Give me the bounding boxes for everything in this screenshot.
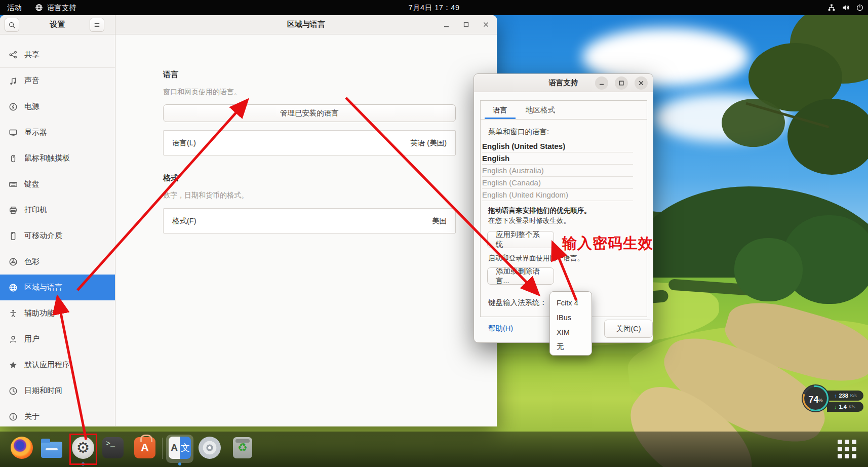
annotation-red-box bbox=[69, 434, 97, 465]
region-language-icon bbox=[9, 283, 18, 292]
sidebar-item-sound[interactable]: 声音 bbox=[0, 68, 115, 94]
tab-language[interactable]: 语言 bbox=[484, 101, 517, 119]
menus-language-label: 菜单和窗口的语言: bbox=[488, 127, 549, 137]
dock-trash-icon[interactable]: ♻ bbox=[231, 436, 254, 459]
sidebar-item-users[interactable]: 用户 bbox=[0, 326, 115, 352]
sidebar-item-datetime[interactable]: 日期和时间 bbox=[0, 378, 115, 404]
settings-title: 设置 bbox=[50, 20, 65, 29]
language-row[interactable]: 语言(L) 英语 (美国) bbox=[163, 130, 456, 155]
dialog-maximize-icon[interactable] bbox=[615, 76, 628, 90]
net-download-pill: ↓ 1.4 K/s bbox=[827, 402, 863, 412]
menu-button[interactable] bbox=[90, 18, 104, 32]
sidebar-item-default-apps[interactable]: 默认应用程序 bbox=[0, 352, 115, 378]
ime-option-fcitx4[interactable]: Fcitx 4 bbox=[550, 295, 591, 310]
ime-option-xim[interactable]: XIM bbox=[550, 325, 591, 339]
dock-cd-media-icon[interactable] bbox=[198, 436, 221, 459]
language-row-value: 英语 (美国) bbox=[410, 138, 447, 148]
language-list-item[interactable]: English (United Kingdom) bbox=[482, 189, 633, 201]
language-list-item[interactable]: English (Canada) bbox=[482, 177, 633, 189]
download-unit: K/s bbox=[849, 404, 855, 409]
network-icon[interactable] bbox=[827, 4, 836, 12]
apply-note: 启动和登录界面使用同一语言。 bbox=[488, 254, 584, 263]
power-menu-icon[interactable] bbox=[856, 4, 864, 12]
net-upload-pill: ↑ 238 K/s bbox=[827, 391, 863, 401]
download-value: 1.4 bbox=[839, 404, 847, 410]
language-row-label: 语言(L) bbox=[172, 138, 196, 148]
sidebar-item-keyboard[interactable]: 键盘 bbox=[0, 171, 115, 197]
settings-headerbar: 设置 区域与语言 bbox=[0, 15, 497, 34]
settings-sidebar: 共享 声音 电源 显示器 鼠标和触摸板 键盘 打印机 可移动介质 色彩 区域与语… bbox=[0, 34, 115, 426]
share-icon bbox=[9, 50, 18, 59]
dock-language-support-icon[interactable]: A文 bbox=[168, 436, 191, 459]
hamburger-icon bbox=[93, 21, 101, 29]
search-button[interactable] bbox=[5, 18, 19, 32]
download-arrow-icon: ↓ bbox=[834, 404, 837, 410]
page-title: 区域与语言 bbox=[287, 20, 325, 29]
desktop: 设置 区域与语言 共享 声音 电源 显示器 鼠标和触摸板 bbox=[0, 0, 868, 467]
help-button[interactable]: 帮助(H) bbox=[488, 324, 513, 333]
close-button[interactable]: 关闭(C) bbox=[604, 320, 653, 338]
color-icon bbox=[9, 257, 18, 266]
dialog-title: 语言支持 bbox=[549, 78, 578, 88]
dock-files-icon[interactable] bbox=[40, 436, 63, 459]
login-hint: 在您下次登录时修改生效。 bbox=[488, 216, 570, 225]
ime-system-label: 键盘输入法系统： bbox=[488, 298, 547, 307]
apply-system-wide-button[interactable]: 应用到整个系统 bbox=[487, 231, 554, 248]
upload-unit: K/s bbox=[850, 393, 857, 398]
dock-terminal-icon[interactable]: >_ bbox=[101, 436, 125, 459]
close-icon[interactable] bbox=[482, 21, 490, 28]
datetime-icon bbox=[9, 386, 18, 396]
ime-dropdown-menu: Fcitx 4 IBus XIM 无 bbox=[549, 291, 592, 356]
drag-hint: 拖动语言来安排他们的优先顺序。 bbox=[488, 206, 591, 215]
users-icon bbox=[9, 335, 18, 344]
minimize-icon[interactable] bbox=[443, 21, 450, 28]
show-applications-button[interactable] bbox=[837, 439, 857, 459]
sidebar-item-accessibility[interactable]: 辅助功能 bbox=[0, 300, 115, 326]
upload-value: 238 bbox=[839, 393, 848, 399]
settings-window: 设置 区域与语言 共享 声音 电源 显示器 鼠标和触摸板 bbox=[0, 15, 497, 426]
mouse-icon bbox=[9, 154, 18, 163]
language-section-subtitle: 窗口和网页使用的语言。 bbox=[163, 88, 241, 97]
dock-ubuntu-software-icon[interactable]: A bbox=[133, 436, 156, 459]
dialog-close-icon[interactable] bbox=[635, 76, 648, 90]
language-list-item[interactable]: English (Australia) bbox=[482, 165, 633, 177]
dialog-minimize-icon[interactable] bbox=[595, 76, 608, 90]
sidebar-item-region-language[interactable]: 区域与语言 bbox=[0, 275, 115, 300]
sidebar-item-power[interactable]: 电源 bbox=[0, 94, 115, 120]
focused-app-menu[interactable]: 语言支持 bbox=[35, 3, 76, 13]
dock-firefox-icon[interactable] bbox=[10, 436, 33, 459]
language-list-item[interactable]: English bbox=[482, 152, 633, 165]
power-icon bbox=[9, 102, 18, 111]
sidebar-item-displays[interactable]: 显示器 bbox=[0, 120, 115, 145]
accessibility-icon bbox=[9, 309, 18, 318]
globe-icon bbox=[35, 4, 43, 12]
tab-regional-formats[interactable]: 地区格式 bbox=[517, 101, 564, 119]
activities-button[interactable]: 活动 bbox=[7, 3, 22, 13]
sidebar-item-sharing[interactable]: 共享 bbox=[0, 42, 115, 68]
sidebar-item-mouse[interactable]: 鼠标和触摸板 bbox=[0, 145, 115, 171]
sidebar-item-removable-media[interactable]: 可移动介质 bbox=[0, 223, 115, 249]
format-section-subtitle: 数字，日期和货币的格式。 bbox=[163, 191, 248, 200]
system-monitor-gauge[interactable]: 74% bbox=[802, 384, 830, 412]
manage-installed-languages-button[interactable]: 管理已安装的语言 bbox=[163, 104, 456, 122]
gauge-percent: 74 bbox=[808, 395, 818, 405]
clock[interactable]: 7月4日 17：49 bbox=[409, 3, 460, 13]
printer-icon bbox=[9, 206, 18, 215]
language-section-title: 语言 bbox=[163, 70, 178, 80]
language-list-item[interactable]: English (United States) bbox=[482, 140, 633, 152]
maximize-icon[interactable] bbox=[462, 21, 470, 28]
dialog-titlebar: 语言支持 bbox=[474, 74, 653, 92]
removable-media-icon bbox=[9, 231, 18, 241]
add-remove-languages-button[interactable]: 添加或删除语言... bbox=[487, 267, 554, 285]
sidebar-item-about[interactable]: 关于 bbox=[0, 404, 115, 426]
displays-icon bbox=[9, 128, 18, 137]
dock-separator bbox=[162, 438, 163, 459]
volume-icon[interactable] bbox=[842, 4, 850, 12]
ime-option-ibus[interactable]: IBus bbox=[550, 310, 591, 325]
upload-arrow-icon: ↑ bbox=[834, 393, 837, 399]
sidebar-item-printers[interactable]: 打印机 bbox=[0, 197, 115, 223]
format-row[interactable]: 格式(F) 美国 bbox=[163, 208, 456, 234]
ime-option-none[interactable]: 无 bbox=[550, 339, 591, 354]
sidebar-item-color[interactable]: 色彩 bbox=[0, 249, 115, 275]
gauge-percent-sign: % bbox=[819, 398, 823, 403]
